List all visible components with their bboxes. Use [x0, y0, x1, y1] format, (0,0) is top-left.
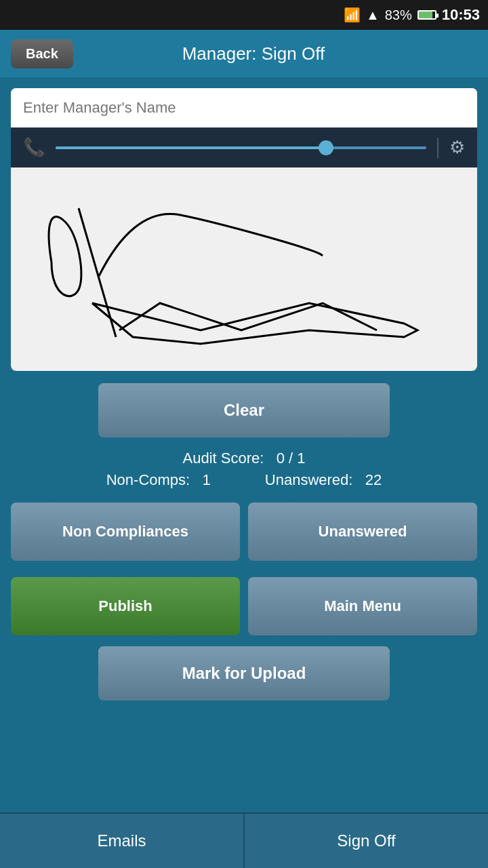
audit-score-label: Audit Score:: [183, 450, 264, 467]
audit-score-line: Audit Score: 0 / 1: [0, 450, 488, 467]
volume-slider[interactable]: [56, 146, 426, 149]
bottom-tabs: Emails Sign Off: [0, 812, 488, 868]
signature-svg: [11, 167, 477, 371]
name-input-container: [11, 88, 477, 127]
signal-icon: ▲: [366, 7, 380, 23]
signature-canvas[interactable]: [11, 167, 477, 371]
audit-info: Audit Score: 0 / 1 Non-Comps: 1 Unanswer…: [0, 450, 488, 489]
non-comps-value: 1: [203, 471, 211, 488]
publish-button[interactable]: Publish: [11, 577, 240, 635]
audit-details-line: Non-Comps: 1 Unanswered: 22: [0, 471, 488, 489]
header: Back Manager: Sign Off: [0, 30, 488, 77]
non-comps-section: Non-Comps: 1: [106, 471, 211, 489]
tab-emails[interactable]: Emails: [0, 814, 245, 868]
action-grid-row2: Publish Main Menu: [0, 569, 488, 644]
clock: 10:53: [442, 6, 480, 24]
unanswered-section: Unanswered: 22: [265, 471, 382, 489]
unanswered-value: 22: [365, 471, 382, 488]
tab-sign-off[interactable]: Sign Off: [245, 814, 488, 868]
page-title: Manager: Sign Off: [84, 43, 423, 64]
clear-button[interactable]: Clear: [98, 383, 390, 437]
phone-icon: 📞: [23, 137, 45, 158]
non-compliances-button[interactable]: Non Compliances: [11, 502, 240, 561]
status-bar: 📶 ▲ 83% 10:53: [0, 0, 488, 30]
manager-name-input[interactable]: [11, 88, 477, 127]
action-grid-row1: Non Compliances Unanswered: [0, 494, 488, 569]
battery-icon: [418, 10, 436, 20]
wifi-icon: 📶: [344, 7, 361, 23]
gear-icon[interactable]: ⚙: [449, 137, 465, 158]
media-controls-bar: 📞 ⚙: [11, 127, 477, 167]
divider: [437, 138, 439, 158]
back-button[interactable]: Back: [11, 39, 73, 68]
unanswered-button[interactable]: Unanswered: [248, 502, 477, 561]
unanswered-label: Unanswered:: [265, 471, 353, 488]
non-comps-label: Non-Comps:: [106, 471, 190, 488]
audit-score-value: 0 / 1: [277, 450, 306, 467]
battery-percent: 83%: [385, 7, 412, 23]
main-menu-button[interactable]: Main Menu: [248, 577, 477, 635]
mark-for-upload-button[interactable]: Mark for Upload: [98, 646, 390, 701]
